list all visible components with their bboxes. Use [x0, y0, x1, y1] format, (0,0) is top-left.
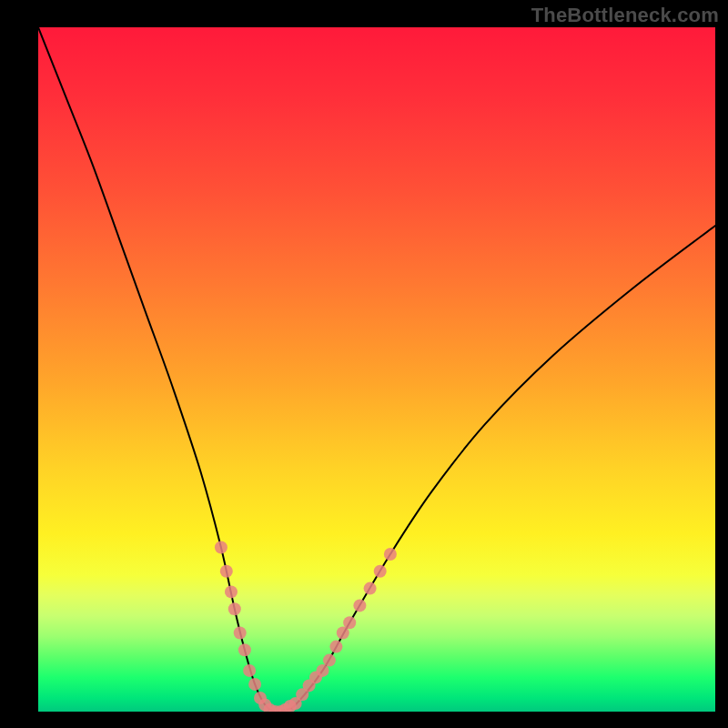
- curve-layer: [38, 27, 715, 712]
- curve-marker: [225, 585, 238, 598]
- marker-group: [215, 541, 397, 713]
- curve-marker: [384, 548, 397, 561]
- watermark-text: TheBottleneck.com: [531, 4, 719, 27]
- curve-marker: [228, 602, 241, 615]
- curve-marker: [234, 627, 247, 640]
- curve-marker: [220, 565, 233, 578]
- curve-marker: [329, 641, 342, 653]
- curve-marker: [353, 599, 366, 612]
- bottleneck-curve: [38, 27, 715, 712]
- curve-marker: [364, 582, 377, 595]
- curve-marker: [215, 541, 228, 554]
- curve-marker: [343, 616, 356, 629]
- curve-marker: [248, 678, 261, 691]
- curve-marker: [323, 654, 336, 667]
- chart-frame: TheBottleneck.com: [0, 0, 728, 728]
- plot-area: [38, 27, 715, 712]
- curve-marker: [374, 565, 387, 578]
- curve-marker: [238, 643, 251, 656]
- curve-marker: [243, 664, 256, 677]
